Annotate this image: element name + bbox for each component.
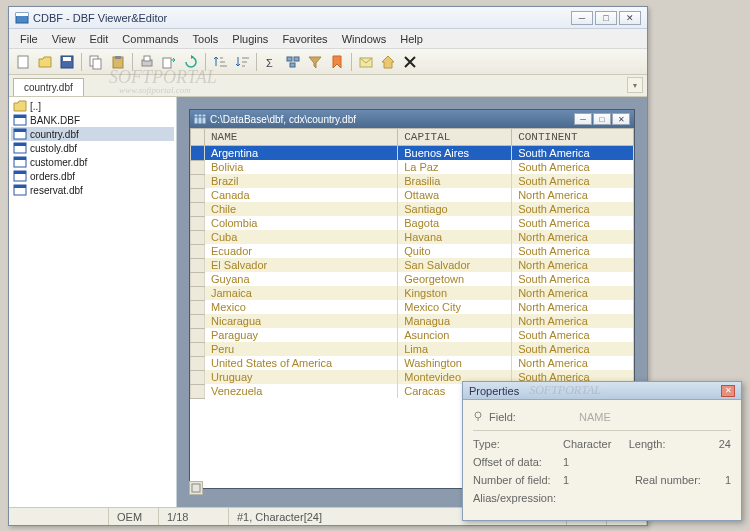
cell[interactable]: La Paz bbox=[398, 160, 512, 174]
cell[interactable]: Kingston bbox=[398, 286, 512, 300]
row-header[interactable] bbox=[191, 146, 205, 161]
column-header[interactable]: CONTINENT bbox=[512, 129, 634, 146]
cell[interactable]: North America bbox=[512, 300, 634, 314]
cell[interactable]: Paraguay bbox=[205, 328, 398, 342]
cell[interactable]: Venezuela bbox=[205, 384, 398, 398]
table-row[interactable]: ParaguayAsuncionSouth America bbox=[191, 328, 634, 342]
tab-dropdown-icon[interactable]: ▾ bbox=[627, 77, 643, 93]
tree-item[interactable]: customer.dbf bbox=[11, 155, 174, 169]
cell[interactable]: Nicaragua bbox=[205, 314, 398, 328]
cell[interactable]: Santiago bbox=[398, 202, 512, 216]
properties-titlebar[interactable]: Properties SOFTPORTAL ✕ bbox=[463, 382, 741, 400]
cell[interactable]: Buenos Aires bbox=[398, 146, 512, 161]
row-header[interactable] bbox=[191, 342, 205, 356]
toolbar-bookmark-button[interactable] bbox=[327, 52, 347, 72]
row-header[interactable] bbox=[191, 328, 205, 342]
cell[interactable]: Guyana bbox=[205, 272, 398, 286]
cell[interactable]: Colombia bbox=[205, 216, 398, 230]
column-header[interactable]: CAPITAL bbox=[398, 129, 512, 146]
maximize-button[interactable]: □ bbox=[595, 11, 617, 25]
cell[interactable]: United States of America bbox=[205, 356, 398, 370]
menu-file[interactable]: File bbox=[13, 31, 45, 47]
cell[interactable]: Peru bbox=[205, 342, 398, 356]
tree-item[interactable]: BANK.DBF bbox=[11, 113, 174, 127]
properties-close-button[interactable]: ✕ bbox=[721, 385, 735, 397]
row-header-corner[interactable] bbox=[191, 129, 205, 146]
cell[interactable]: Georgetown bbox=[398, 272, 512, 286]
toolbar-group-button[interactable] bbox=[283, 52, 303, 72]
cell[interactable]: Uruguay bbox=[205, 370, 398, 384]
cell[interactable]: Bolivia bbox=[205, 160, 398, 174]
tree-item[interactable]: custoly.dbf bbox=[11, 141, 174, 155]
cell[interactable]: Lima bbox=[398, 342, 512, 356]
cell[interactable]: Asuncion bbox=[398, 328, 512, 342]
row-header[interactable] bbox=[191, 258, 205, 272]
cell[interactable]: South America bbox=[512, 328, 634, 342]
table-row[interactable]: ArgentinaBuenos AiresSouth America bbox=[191, 146, 634, 161]
table-row[interactable]: MexicoMexico CityNorth America bbox=[191, 300, 634, 314]
cell[interactable]: San Salvador bbox=[398, 258, 512, 272]
row-header[interactable] bbox=[191, 300, 205, 314]
menu-commands[interactable]: Commands bbox=[115, 31, 185, 47]
cell[interactable]: Quito bbox=[398, 244, 512, 258]
cell[interactable]: Mexico City bbox=[398, 300, 512, 314]
cell[interactable]: North America bbox=[512, 356, 634, 370]
cell[interactable]: Washington bbox=[398, 356, 512, 370]
grid-corner-button[interactable] bbox=[189, 481, 203, 495]
inner-maximize-button[interactable]: □ bbox=[593, 113, 611, 125]
cell[interactable]: South America bbox=[512, 216, 634, 230]
menu-tools[interactable]: Tools bbox=[186, 31, 226, 47]
table-row[interactable]: BrazilBrasiliaSouth America bbox=[191, 174, 634, 188]
cell[interactable]: Canada bbox=[205, 188, 398, 202]
tree-item[interactable]: [..] bbox=[11, 99, 174, 113]
cell[interactable]: Brazil bbox=[205, 174, 398, 188]
cell[interactable]: South America bbox=[512, 272, 634, 286]
row-header[interactable] bbox=[191, 384, 205, 398]
close-button[interactable]: ✕ bbox=[619, 11, 641, 25]
table-row[interactable]: JamaicaKingstonNorth America bbox=[191, 286, 634, 300]
cell[interactable]: South America bbox=[512, 160, 634, 174]
menu-help[interactable]: Help bbox=[393, 31, 430, 47]
tab-active[interactable]: country.dbf bbox=[13, 78, 84, 96]
tree-item[interactable]: orders.dbf bbox=[11, 169, 174, 183]
table-row[interactable]: ChileSantiagoSouth America bbox=[191, 202, 634, 216]
toolbar-copy-button[interactable] bbox=[86, 52, 106, 72]
toolbar-paste-button[interactable] bbox=[108, 52, 128, 72]
row-header[interactable] bbox=[191, 314, 205, 328]
inner-minimize-button[interactable]: ─ bbox=[574, 113, 592, 125]
table-row[interactable]: PeruLimaSouth America bbox=[191, 342, 634, 356]
table-row[interactable]: United States of AmericaWashingtonNorth … bbox=[191, 356, 634, 370]
cell[interactable]: North America bbox=[512, 314, 634, 328]
toolbar-sum-button[interactable]: Σ bbox=[261, 52, 281, 72]
row-header[interactable] bbox=[191, 370, 205, 384]
toolbar-sort-desc-button[interactable] bbox=[232, 52, 252, 72]
cell[interactable]: Managua bbox=[398, 314, 512, 328]
toolbar-sort-asc-button[interactable] bbox=[210, 52, 230, 72]
table-row[interactable]: BoliviaLa PazSouth America bbox=[191, 160, 634, 174]
row-header[interactable] bbox=[191, 244, 205, 258]
minimize-button[interactable]: ─ bbox=[571, 11, 593, 25]
table-row[interactable]: NicaraguaManaguaNorth America bbox=[191, 314, 634, 328]
toolbar-save-button[interactable] bbox=[57, 52, 77, 72]
column-header[interactable]: NAME bbox=[205, 129, 398, 146]
cell[interactable]: Argentina bbox=[205, 146, 398, 161]
toolbar-mail-button[interactable] bbox=[356, 52, 376, 72]
toolbar-print-button[interactable] bbox=[137, 52, 157, 72]
row-header[interactable] bbox=[191, 272, 205, 286]
cell[interactable]: South America bbox=[512, 202, 634, 216]
row-header[interactable] bbox=[191, 216, 205, 230]
table-row[interactable]: CanadaOttawaNorth America bbox=[191, 188, 634, 202]
toolbar-new-button[interactable] bbox=[13, 52, 33, 72]
cell[interactable]: North America bbox=[512, 230, 634, 244]
row-header[interactable] bbox=[191, 286, 205, 300]
tree-item[interactable]: reservat.dbf bbox=[11, 183, 174, 197]
cell[interactable]: Mexico bbox=[205, 300, 398, 314]
row-header[interactable] bbox=[191, 356, 205, 370]
cell[interactable]: South America bbox=[512, 174, 634, 188]
cell[interactable]: Ecuador bbox=[205, 244, 398, 258]
toolbar-filter-button[interactable] bbox=[305, 52, 325, 72]
toolbar-export-button[interactable] bbox=[159, 52, 179, 72]
cell[interactable]: Jamaica bbox=[205, 286, 398, 300]
cell[interactable]: South America bbox=[512, 342, 634, 356]
cell[interactable]: Ottawa bbox=[398, 188, 512, 202]
